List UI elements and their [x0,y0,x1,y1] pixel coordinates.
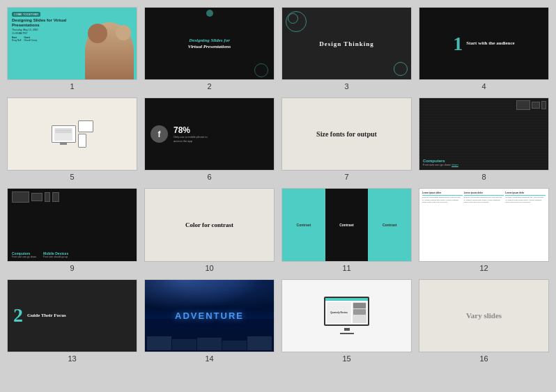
slide-item-12: Lorem ipsum dolor sit amet, consectetur … [419,188,549,272]
slide-thumb-3[interactable]: Design Thinking [281,7,412,80]
slide-num-3: 3 [344,82,348,91]
slide-item-15: Quarterly Review 15 [281,279,412,363]
monitor-outer: Quarterly Review [324,297,369,326]
slide12-col2: Lorem ipsum dolor sit amet, consectetur … [464,191,504,258]
slide9-col1-sub: Font size can go down [12,256,36,258]
slide-thumb-12[interactable]: Lorem ipsum dolor sit amet, consectetur … [419,188,549,261]
slide1-topbar: COME TOGETHER [12,12,40,17]
slide10-title: Color for contrast [185,221,233,229]
slide-num-16: 16 [479,354,488,363]
slide-num-8: 8 [481,173,486,181]
slide8-sublabel: Font size can go down down [423,163,458,166]
slide14-title: ADVENTURE [175,311,244,321]
monitor-base [340,333,354,334]
slide1-host: Doug Neff [12,39,21,42]
slide16-title: Vary slides [466,311,502,320]
slide-item-5: 5 [7,97,137,181]
slide-grid: COME TOGETHER Designing Slides for Virtu… [7,7,549,363]
slide-item-3: Design Thinking 3 [281,7,412,91]
slide12-col1: Lorem ipsum dolor sit amet, consectetur … [422,191,463,258]
slide-item-11: Contrast Contrast Contrast 11 [281,188,412,272]
slide-num-12: 12 [479,264,488,272]
slide9-labels: Computers Font size can go down Mobile D… [12,251,132,258]
slide12-col3: Lorem ipsum dolor sit amet, consectetur … [505,191,546,258]
slide-item-16: Vary slides 16 [419,279,549,363]
slide-item-2: Designing Slides for Virtual Presentatio… [144,7,275,91]
slide15-monitor-title: Quarterly Review [330,311,348,314]
slide-thumb-6[interactable]: f 78% Only use a mobile phone to access … [144,97,275,171]
slide-thumb-2[interactable]: Designing Slides for Virtual Presentatio… [144,7,275,80]
slide-thumb-10[interactable]: Color for contrast [144,188,275,261]
slide2-title: Designing Slides for Virtual Presentatio… [188,38,231,50]
slide-thumb-9[interactable]: Computers Font size can go down Mobile D… [7,188,137,261]
slide-num-11: 11 [342,264,350,272]
slide-item-14: ADVENTURE 14 [144,279,275,363]
slide-num-10: 10 [205,264,213,272]
slide-thumb-1[interactable]: COME TOGETHER Designing Slides for Virtu… [7,7,137,80]
slide-num-9: 9 [70,264,74,272]
slide-thumb-11[interactable]: Contrast Contrast Contrast [281,188,412,261]
slide-num-13: 13 [68,354,76,363]
slide-thumb-7[interactable]: Size fonts for output [281,97,412,171]
slide13-number: 2 [13,304,23,327]
slide-thumb-16[interactable]: Vary slides [419,279,549,352]
slide-thumb-5[interactable] [7,97,137,171]
monitor-stand [344,328,350,331]
slide-num-6: 6 [207,173,211,181]
monitor-screen: Quarterly Review [325,298,368,324]
slide6-stat: 78% [173,125,208,135]
slide-item-13: 2 Guide Their Focus 13 [7,279,137,363]
slide7-title: Size fonts for output [316,130,377,139]
slide-thumb-13[interactable]: 2 Guide Their Focus [7,279,137,352]
slide-item-6: f 78% Only use a mobile phone to access … [144,97,275,181]
slide11-box1: Contrast [282,189,325,260]
slide-item-8: Computers Font size can go down down 8 [419,97,549,181]
slide9-col2-sub: Font size should go up [43,256,68,258]
slide6-desc: Only use a mobile phone to access the ap… [173,135,208,143]
slide1-title: Designing Slides for Virtual Presentatio… [12,18,78,28]
facebook-icon: f [150,125,168,143]
slide13-title: Guide Their Focus [27,313,66,319]
slide-item-9: Computers Font size can go down Mobile D… [7,188,137,272]
slide4-number: 1 [453,33,463,55]
slide-num-14: 14 [205,354,213,363]
slide1-guest: Chantil Covey [24,39,37,42]
slide-item-7: Size fonts for output 7 [281,97,412,181]
slide-thumb-14[interactable]: ADVENTURE [144,279,275,352]
slide-num-1: 1 [70,82,74,91]
slide3-title: Design Thinking [319,40,374,47]
slide-item-1: COME TOGETHER Designing Slides for Virtu… [7,7,137,91]
slide-thumb-4[interactable]: 1 Start with the audience [419,7,549,80]
monitor-device [52,125,76,143]
slide-item-4: 1 Start with the audience 4 [419,7,549,91]
slide-item-10: Color for contrast 10 [144,188,275,272]
slide14-crowd-layer [145,319,274,351]
slide11-box3: Contrast [368,189,411,260]
tablet-device [78,120,93,132]
slide-num-15: 15 [342,354,350,363]
slide1-photo [85,22,134,80]
slide-num-7: 7 [344,173,348,181]
slide-thumb-8[interactable]: Computers Font size can go down down [419,97,549,171]
slide8-devices [516,100,546,110]
slide4-title: Start with the audience [466,40,514,47]
slide-num-5: 5 [70,173,74,181]
slide9-devices [12,191,132,203]
phone-device [78,134,86,148]
slide-thumb-15[interactable]: Quarterly Review [281,279,412,352]
slide-num-2: 2 [207,82,211,91]
slide11-box2: Contrast [325,189,369,260]
slide-num-4: 4 [481,82,486,91]
